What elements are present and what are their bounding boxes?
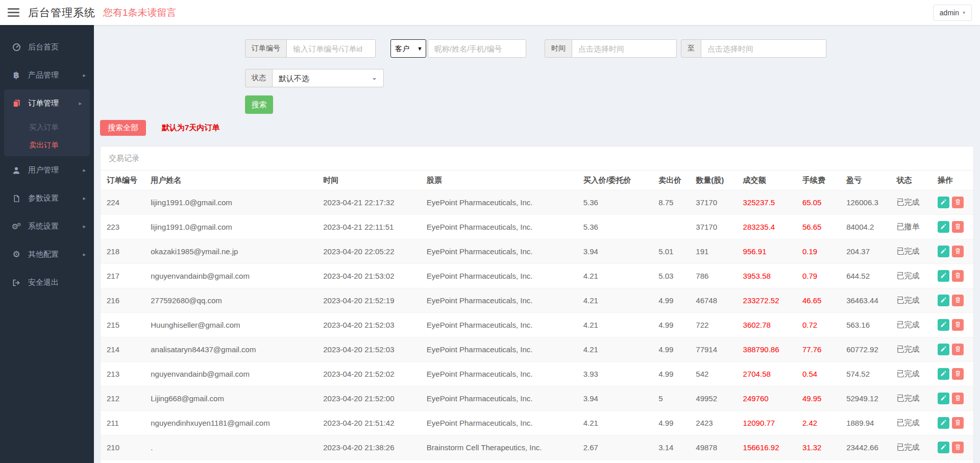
edit-button[interactable] [938, 246, 949, 257]
delete-button[interactable] [952, 270, 964, 282]
order-no-input[interactable] [287, 39, 376, 58]
edit-button[interactable] [938, 344, 949, 355]
trash-icon [954, 272, 961, 280]
chevron-right-icon: ▸ [79, 100, 82, 107]
status-select[interactable]: 默认不选 [273, 69, 384, 87]
column-header: 状态 [892, 170, 933, 190]
order-time: 2023-04-20 21:52:00 [319, 386, 423, 411]
buy-price: 5.36 [579, 215, 654, 239]
delete-button[interactable] [952, 295, 964, 306]
status: 已完成 [892, 411, 933, 435]
delete-button[interactable] [952, 393, 964, 404]
edit-button[interactable] [938, 368, 949, 380]
status: 已完成 [892, 313, 933, 337]
filter-row-1: 订单编号 客户 ▼ 时间 至 [245, 39, 980, 58]
edit-button[interactable] [938, 442, 949, 453]
app-title: 后台管理系统 [28, 6, 95, 20]
row-actions [934, 460, 973, 463]
edit-button[interactable] [938, 270, 949, 282]
delete-button[interactable] [952, 368, 964, 380]
stock-name: EyePoint Pharmaceuticals, Inc. [423, 362, 579, 386]
buy-price: 2.67 [579, 435, 654, 460]
fee: 0.72 [798, 313, 842, 337]
delete-button[interactable] [952, 221, 964, 233]
delete-button[interactable] [952, 246, 964, 257]
sidebar-item-dashboard[interactable]: 后台首页 [0, 33, 94, 61]
status: 已完成 [892, 386, 933, 411]
pencil-icon [940, 272, 947, 280]
search-all-button[interactable]: 搜索全部 [100, 120, 146, 136]
user-menu[interactable]: admin ▾ [933, 5, 972, 21]
sidebar-item-users[interactable]: 用户管理▸ [0, 156, 94, 184]
sidebar-item-orders[interactable]: 订单管理▸ [4, 89, 90, 117]
unread-message-link[interactable]: 您有1条未读留言 [103, 6, 177, 19]
column-header: 卖出价 [654, 170, 692, 190]
edit-button[interactable] [938, 393, 949, 404]
delete-button[interactable] [952, 417, 964, 429]
profit: 1889.94 [842, 411, 892, 435]
fee: 18.65 [798, 460, 842, 463]
sidebar-item-params[interactable]: 参数设置▸ [0, 184, 94, 212]
pencil-icon [940, 199, 947, 207]
chevron-right-icon: ▸ [83, 223, 86, 230]
edit-button[interactable] [938, 221, 949, 233]
sidebar-item-products[interactable]: ฿产品管理▸ [0, 61, 94, 89]
order-time: 2023-04-21 22:11:51 [319, 215, 423, 239]
buy-price: 0.88 [579, 460, 654, 463]
delete-button[interactable] [952, 319, 964, 331]
row-actions [934, 264, 973, 288]
edit-button[interactable] [938, 197, 949, 208]
time-from-input[interactable] [572, 39, 677, 58]
sidebar-group-users: 用户管理▸ [0, 156, 94, 184]
quantity: 49878 [692, 435, 739, 460]
order-time: 2023-04-21 22:17:32 [319, 190, 423, 215]
sidebar-item-other[interactable]: ⚙其他配置▸ [0, 240, 94, 269]
menu-toggle-icon[interactable] [8, 8, 19, 17]
table-row: 223lijing1991.0@gmail.com2023-04-21 22:1… [101, 215, 973, 239]
fee: 2.42 [798, 411, 842, 435]
buy-price: 3.94 [579, 239, 654, 264]
logout-icon [11, 279, 21, 287]
user-name: 277592680@qq.com [146, 288, 319, 313]
edit-button[interactable] [938, 295, 949, 306]
turnover: 93246.08 [739, 460, 798, 463]
stock-name: Brainstorm Cell Therapeutics, Inc. [423, 435, 579, 460]
user-name: 497181618@qq.com [146, 460, 319, 463]
row-actions [934, 435, 973, 460]
order-id: 216 [101, 288, 146, 313]
status: 已完成 [892, 337, 933, 362]
quantity: 77914 [692, 337, 739, 362]
trash-icon [954, 248, 961, 256]
profit: 23442.66 [842, 435, 892, 460]
quantity: 722 [692, 313, 739, 337]
table-row: 215Huunghiseller@gmail.com2023-04-20 21:… [101, 313, 973, 337]
row-actions [934, 362, 973, 386]
time-to-input[interactable] [701, 39, 826, 58]
transactions-table: 订单编号用户姓名时间股票买入价/委托价卖出价数量(股)成交额手续费盈亏状态操作 … [101, 170, 973, 463]
sidebar-group-params: 参数设置▸ [0, 184, 94, 212]
sidebar-subitem-buy-orders[interactable]: 买入订单 [4, 117, 90, 137]
edit-button[interactable] [938, 319, 949, 331]
search-button[interactable]: 搜索 [245, 95, 273, 114]
pencil-icon [940, 346, 947, 354]
sell-price: 5.03 [654, 264, 692, 288]
sidebar-item-system[interactable]: ⚙⚙系统设置▸ [0, 212, 94, 240]
turnover: 156616.92 [739, 435, 798, 460]
sidebar-item-logout[interactable]: 安全退出 [0, 269, 94, 297]
column-header: 手续费 [798, 170, 842, 190]
chevron-right-icon: ▸ [83, 167, 86, 174]
order-id: 210 [101, 435, 146, 460]
sidebar-subitem-sell-orders[interactable]: 卖出订单 [4, 137, 90, 156]
main-content: 订单编号 客户 ▼ 时间 至 [94, 25, 980, 463]
delete-button[interactable] [952, 344, 964, 355]
customer-type-select[interactable]: 客户 [390, 39, 426, 58]
customer-input[interactable] [428, 39, 526, 58]
sidebar-group-other: ⚙其他配置▸ [0, 240, 94, 269]
order-time: 2023-04-20 21:52:19 [319, 288, 423, 313]
edit-button[interactable] [938, 417, 949, 429]
delete-button[interactable] [952, 197, 964, 208]
delete-button[interactable] [952, 442, 964, 453]
turnover: 2704.58 [739, 362, 798, 386]
order-time: 2023-04-20 21:53:02 [319, 264, 423, 288]
sell-price: 8.75 [654, 190, 692, 215]
